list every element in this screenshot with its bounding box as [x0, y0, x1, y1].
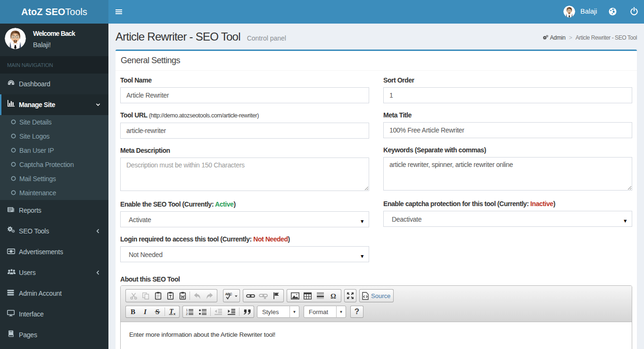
svg-text:ABC: ABC	[225, 292, 232, 296]
svg-text:x: x	[173, 312, 175, 316]
svg-text:1: 1	[186, 308, 188, 312]
svg-text:Ω: Ω	[330, 292, 336, 300]
svg-text:I: I	[143, 308, 147, 316]
svg-text:2: 2	[186, 312, 188, 316]
svg-text:B: B	[131, 308, 135, 316]
